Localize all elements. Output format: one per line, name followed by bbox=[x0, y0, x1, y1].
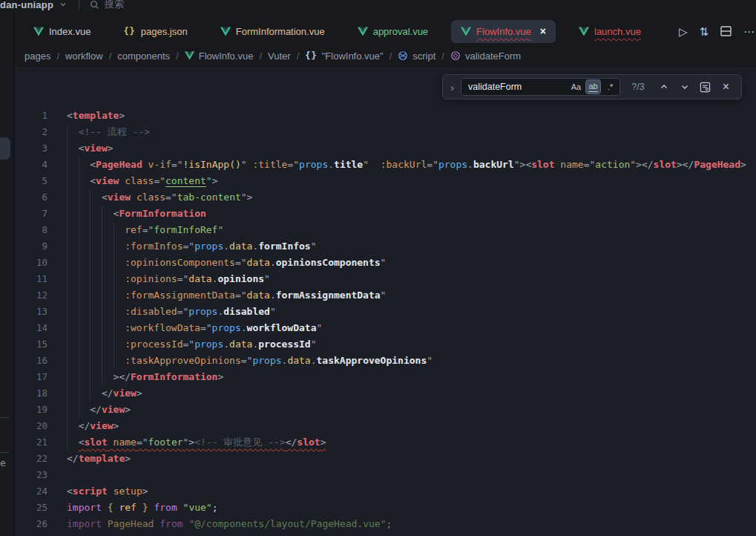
line-number[interactable]: 14 bbox=[15, 320, 47, 336]
line-number[interactable]: 20 bbox=[15, 418, 47, 434]
line-number[interactable]: 16 bbox=[15, 353, 47, 369]
code-line[interactable]: 3<view> bbox=[15, 140, 756, 157]
run-button[interactable]: ▷ bbox=[679, 26, 688, 37]
code-line[interactable]: 20</view> bbox=[15, 418, 756, 434]
left-group-text-fragment: e bbox=[0, 457, 6, 468]
compare-changes-icon[interactable]: ⇅ bbox=[699, 26, 709, 37]
code-line[interactable]: 17></FormInformation> bbox=[15, 369, 756, 385]
module-symbol-icon bbox=[398, 50, 408, 61]
regex-toggle[interactable]: .* bbox=[602, 79, 618, 94]
find-in-selection-icon[interactable] bbox=[697, 79, 713, 95]
previous-match-button[interactable] bbox=[656, 79, 671, 95]
close-icon[interactable]: × bbox=[540, 26, 546, 36]
breadcrumb-item-vuter[interactable]: Vuter bbox=[268, 50, 291, 62]
code-line[interactable]: 19</view> bbox=[15, 402, 756, 418]
line-number[interactable]: 18 bbox=[15, 385, 47, 402]
line-number[interactable]: 8 bbox=[15, 222, 47, 238]
line-number[interactable]: 22 bbox=[15, 451, 47, 467]
code-line[interactable]: 16:taskApproveOpinions="props.data.taskA… bbox=[15, 353, 756, 369]
tab-index-vue[interactable]: Index.vue bbox=[24, 20, 100, 43]
code-line[interactable]: 2<!-- 流程 --> bbox=[15, 124, 756, 140]
line-number[interactable]: 6 bbox=[15, 189, 47, 206]
breadcrumb-item-pages[interactable]: pages bbox=[24, 50, 50, 62]
breadcrumb-item-flowinfo[interactable]: FlowInfo.vue bbox=[185, 50, 254, 62]
code-line[interactable]: 9:formInfos="props.data.formInfos" bbox=[15, 238, 756, 255]
code-line[interactable]: 11:opinions="data.opinions" bbox=[15, 271, 756, 287]
code-line[interactable]: 15:processId="props.data.processId" bbox=[15, 336, 756, 353]
code-line[interactable]: 14:workflowData="props.workflowData" bbox=[15, 320, 756, 336]
code-line[interactable]: 10:opinionsComponents="data.opinionsComp… bbox=[15, 255, 756, 271]
next-match-button[interactable] bbox=[677, 79, 692, 95]
editor-window: dan-uniapp 搜索 e Index. bbox=[0, 0, 756, 536]
left-group-scrollbar[interactable] bbox=[0, 137, 10, 160]
code-line[interactable]: 4<PageHead v-if="!isInApp()" :title="pro… bbox=[15, 157, 756, 173]
indent-guide bbox=[79, 238, 91, 255]
line-number[interactable]: 17 bbox=[15, 369, 47, 385]
tab-pages-json[interactable]: {} pages.json bbox=[114, 20, 197, 43]
line-number[interactable]: 26 bbox=[15, 516, 47, 532]
toggle-replace-chevron[interactable]: › bbox=[449, 81, 456, 94]
project-name[interactable]: dan-uniapp bbox=[0, 0, 53, 10]
breadcrumb-item-script[interactable]: script bbox=[398, 50, 435, 62]
breadcrumb-item-workflow[interactable]: workflow bbox=[65, 50, 103, 62]
tab-strip: Index.vue {} pages.json FormInformation.… bbox=[15, 12, 756, 45]
code-line[interactable]: 18</view> bbox=[15, 385, 756, 402]
code-line[interactable]: 24<script setup> bbox=[15, 483, 756, 500]
breadcrumb-separator: / bbox=[109, 50, 112, 62]
close-find-icon[interactable]: × bbox=[718, 79, 734, 95]
line-number[interactable]: 10 bbox=[15, 255, 47, 271]
code-line[interactable]: 25import { ref } from "vue"; bbox=[15, 500, 756, 516]
code-text: <view class="content"> bbox=[90, 173, 217, 189]
line-number[interactable]: 21 bbox=[15, 434, 47, 451]
code-line[interactable]: 8ref="formInfoRef" bbox=[15, 222, 756, 238]
code-line[interactable]: 5<view class="content"> bbox=[15, 173, 756, 189]
tab-flowinfo-vue[interactable]: FlowInfo.vue × bbox=[451, 20, 556, 43]
line-number[interactable]: 24 bbox=[15, 483, 47, 500]
line-number[interactable]: 13 bbox=[15, 304, 47, 320]
code-line[interactable]: 23 bbox=[15, 467, 756, 483]
line-number[interactable]: 12 bbox=[15, 287, 47, 304]
line-number[interactable]: 9 bbox=[15, 238, 47, 255]
code-text: :taskApproveOpinions="props.data.taskApp… bbox=[125, 353, 433, 369]
match-case-toggle[interactable]: Aa bbox=[568, 79, 584, 94]
code-line[interactable]: 26import PageHead from "@/components/lay… bbox=[15, 516, 756, 532]
chevron-down-icon[interactable] bbox=[59, 1, 67, 8]
tab-label: FormInformation.vue bbox=[236, 26, 325, 37]
code-line[interactable]: 13:disabled="props.disabled" bbox=[15, 304, 756, 320]
code-line[interactable]: 22</template> bbox=[15, 451, 756, 467]
line-number[interactable]: 25 bbox=[15, 500, 47, 516]
split-editor-icon[interactable] bbox=[720, 26, 732, 36]
more-actions-icon[interactable]: ⋯ bbox=[743, 26, 755, 37]
indent-guide bbox=[67, 434, 79, 451]
indent-guide bbox=[79, 222, 91, 238]
tab-label: pages.json bbox=[141, 26, 188, 37]
breadcrumb-item-flowinfo-symbol[interactable]: {} "FlowInfo.vue" bbox=[305, 50, 383, 62]
tab-forminformation-vue[interactable]: FormInformation.vue bbox=[211, 20, 335, 43]
whole-word-toggle[interactable]: ab bbox=[585, 79, 601, 94]
line-number[interactable]: 11 bbox=[15, 271, 47, 287]
line-number[interactable]: 23 bbox=[15, 467, 47, 483]
indent-guide bbox=[67, 336, 79, 353]
code-line[interactable]: 7<FormInformation bbox=[15, 206, 756, 222]
code-area[interactable]: 1<template>2<!-- 流程 -->3<view>4<PageHead… bbox=[15, 108, 756, 532]
indent-guide bbox=[90, 353, 102, 369]
tab-approval-vue[interactable]: approval.vue bbox=[348, 20, 438, 43]
line-number[interactable]: 5 bbox=[15, 173, 47, 189]
code-line[interactable]: 6<view class="tab-content"> bbox=[15, 189, 756, 206]
code-line[interactable]: 1<template> bbox=[15, 108, 756, 124]
breadcrumb-item-components[interactable]: components bbox=[117, 50, 170, 62]
line-number[interactable]: 19 bbox=[15, 402, 47, 418]
indent-guide bbox=[67, 287, 79, 304]
global-search[interactable]: 搜索 bbox=[90, 0, 124, 11]
line-number[interactable]: 2 bbox=[15, 124, 47, 140]
indent-guide bbox=[79, 173, 91, 189]
line-number[interactable]: 7 bbox=[15, 206, 47, 222]
line-number[interactable]: 1 bbox=[15, 108, 47, 124]
code-line[interactable]: 12:formAssignmentData="data.formAssignme… bbox=[15, 287, 756, 304]
tab-launch-vue[interactable]: launch.vue bbox=[569, 20, 651, 43]
line-number[interactable]: 15 bbox=[15, 336, 47, 353]
code-line[interactable]: 21<slot name="footer"><!-- 审批意见 --></slo… bbox=[15, 434, 756, 451]
breadcrumb-item-validateform[interactable]: validateForm bbox=[450, 50, 521, 62]
line-number[interactable]: 4 bbox=[15, 157, 47, 173]
line-number[interactable]: 3 bbox=[15, 140, 47, 157]
